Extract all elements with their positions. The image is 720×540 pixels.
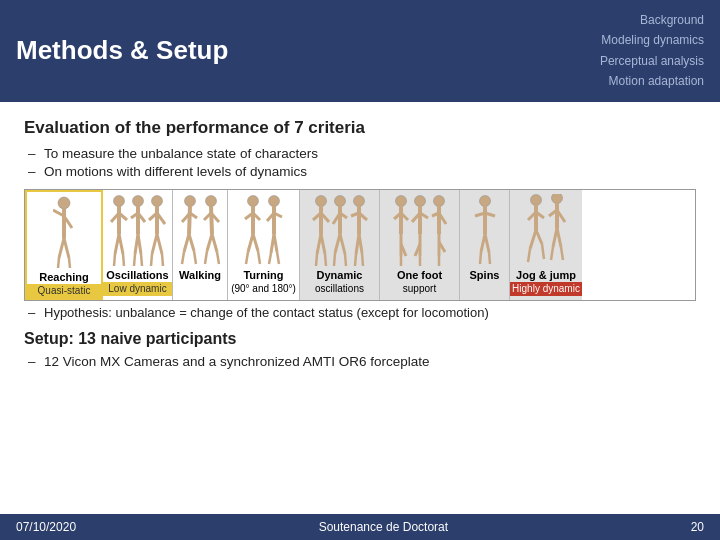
fig-images-dynamic [310, 190, 370, 268]
main-content: Evaluation of the performance of 7 crite… [0, 102, 720, 379]
svg-line-45 [212, 234, 217, 252]
figure-jog-1 [526, 194, 546, 266]
svg-line-115 [480, 252, 481, 264]
svg-line-79 [345, 254, 346, 266]
svg-point-102 [433, 195, 444, 206]
svg-line-114 [485, 234, 489, 252]
fig-jogjump: Jog & jump Highly dynamic [510, 190, 582, 300]
svg-line-77 [340, 234, 345, 254]
page-title: Methods & Setup [16, 35, 228, 66]
svg-point-16 [132, 195, 143, 206]
svg-line-123 [528, 249, 530, 262]
fig-label-spins: Spins [460, 268, 509, 282]
footer: 07/10/2020 Soutenance de Doctorat 20 [0, 514, 720, 540]
svg-line-55 [258, 251, 260, 264]
svg-point-24 [151, 195, 162, 206]
svg-point-64 [315, 195, 326, 206]
fig-reaching: Reaching Quasi-static [25, 190, 103, 300]
fig-label-onefoot: One foot [380, 268, 459, 282]
fig-label-oscillations: Oscillations [103, 268, 172, 282]
nav-item-background: Background [600, 10, 704, 30]
fig-sublabel-reaching: Quasi-static [27, 284, 101, 298]
fig-images-oscillations [108, 190, 168, 268]
footer-page: 20 [691, 520, 704, 534]
svg-point-48 [248, 195, 259, 206]
bullet-2: On motions with different levels of dyna… [24, 164, 696, 179]
bullet-list: To measure the unbalance state of charac… [24, 146, 696, 179]
fig-dynamic: Dynamic oscillations [300, 190, 380, 300]
svg-line-15 [123, 254, 124, 266]
svg-line-87 [362, 253, 363, 266]
fig-images-turning [241, 190, 286, 268]
figure-turn-2 [264, 194, 284, 266]
svg-line-5 [64, 238, 69, 258]
figure-spin-1 [474, 194, 496, 266]
svg-line-70 [316, 254, 317, 266]
svg-line-132 [561, 247, 563, 260]
footer-date: 07/10/2020 [16, 520, 76, 534]
footer-center: Soutenance de Doctorat [319, 520, 448, 534]
fig-turning: Turning (90° and 180°) [228, 190, 300, 300]
svg-point-40 [205, 195, 216, 206]
svg-point-72 [334, 195, 345, 206]
svg-point-95 [414, 195, 425, 206]
svg-line-41 [211, 206, 212, 234]
svg-point-125 [551, 194, 562, 204]
svg-line-86 [355, 254, 356, 266]
figure-jog-2 [547, 194, 567, 266]
figure-oneft-3 [430, 194, 448, 266]
svg-line-46 [205, 251, 207, 264]
svg-point-88 [395, 195, 406, 206]
svg-line-22 [134, 254, 135, 266]
figure-walk-2 [201, 194, 221, 266]
figure-reaching-1 [53, 196, 75, 268]
svg-line-54 [246, 252, 248, 264]
svg-line-7 [69, 258, 70, 268]
fig-images-walking [178, 190, 223, 268]
svg-line-124 [542, 244, 544, 259]
figure-osc-1 [110, 194, 128, 266]
section-title: Evaluation of the performance of 7 crite… [24, 118, 696, 138]
svg-line-38 [182, 252, 184, 264]
fig-label-turning: Turning [228, 268, 299, 282]
figure-walk-1 [180, 194, 200, 266]
svg-line-31 [162, 254, 163, 266]
fig-sublabel-jogjump: Highly dynamic [510, 282, 582, 296]
svg-line-29 [157, 234, 162, 254]
fig-images-reaching [51, 192, 77, 270]
svg-line-116 [489, 252, 490, 264]
fig-sublabel-dynamic: oscillations [300, 282, 379, 296]
svg-line-37 [189, 234, 194, 251]
fig-sublabel-onefoot: support [380, 282, 459, 296]
figure-dyn-3 [350, 194, 368, 266]
svg-line-47 [217, 252, 219, 264]
fig-spins: Spins [460, 190, 510, 300]
figure-osc-3 [148, 194, 166, 266]
svg-point-56 [269, 195, 280, 206]
figure-oneft-2 [411, 194, 429, 266]
svg-line-39 [194, 251, 196, 264]
fig-label-jogjump: Jog & jump [510, 268, 582, 282]
fig-label-reaching: Reaching [27, 270, 101, 284]
hypothesis-text: Hypothesis: unbalance = change of the co… [24, 305, 696, 320]
svg-line-130 [557, 228, 561, 247]
svg-line-33 [189, 206, 190, 234]
svg-point-109 [479, 195, 490, 206]
figure-dyn-1 [312, 194, 330, 266]
svg-line-21 [138, 234, 141, 254]
fig-sublabel-oscillations: Low dynamic [103, 282, 172, 296]
svg-line-23 [141, 254, 142, 266]
nav-item-modeling: Modeling dynamics [600, 30, 704, 50]
svg-line-62 [269, 253, 271, 264]
setup-title: Setup: 13 naive participants [24, 330, 696, 348]
svg-point-80 [353, 195, 364, 206]
svg-line-131 [551, 247, 553, 260]
setup-bullet: 12 Vicon MX Cameras and a synchronized A… [24, 354, 696, 369]
svg-point-32 [184, 195, 195, 206]
svg-line-6 [58, 258, 59, 268]
bullet-1: To measure the unbalance state of charac… [24, 146, 696, 161]
fig-images-onefoot [390, 190, 450, 268]
svg-line-30 [151, 254, 152, 266]
svg-point-8 [113, 195, 124, 206]
fig-onefoot: One foot support [380, 190, 460, 300]
